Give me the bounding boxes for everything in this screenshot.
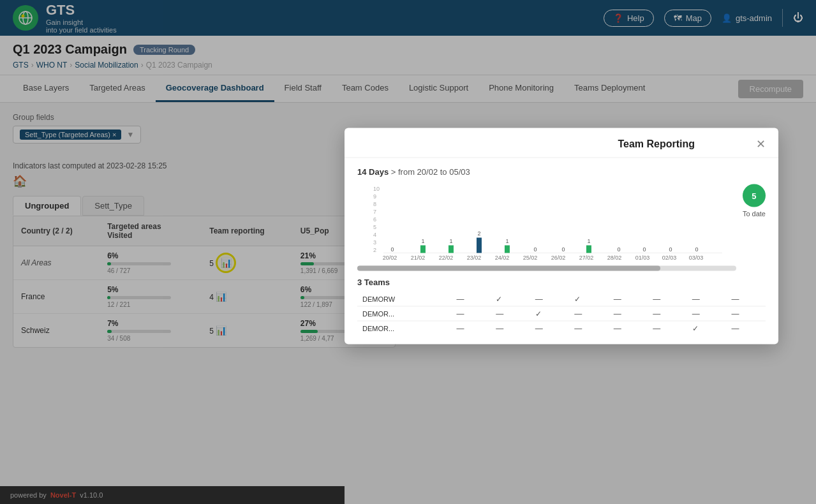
chart-area: 10 9 8 7 6 5 4 3 2 0 [357,184,736,261]
svg-text:10: 10 [373,186,380,192]
team-check: — [452,321,491,336]
team-row: DEMORW — ✓ — ✓ — — — — [357,292,766,307]
team-check: — [569,306,609,321]
svg-text:1: 1 [421,238,424,244]
svg-text:6: 6 [373,216,376,223]
team-check: — [687,306,727,321]
team-check: — [726,306,766,321]
modal-close-button[interactable]: ✕ [756,137,766,151]
team-name-demor3: DEMOR... [357,321,452,336]
team-check: — [530,321,570,336]
to-date-badge: 5 [743,184,766,207]
team-check: ✓ [530,306,570,321]
svg-text:3: 3 [373,239,376,246]
svg-text:27/02: 27/02 [579,255,594,261]
team-check: — [609,321,648,336]
teams-header: 3 Teams [357,278,766,287]
team-check: — [569,321,609,336]
svg-text:0: 0 [561,246,565,253]
modal-header: Team Reporting ✕ [345,128,778,158]
team-check: — [452,292,491,307]
svg-text:26/02: 26/02 [551,255,566,261]
team-reporting-modal: Team Reporting ✕ 14 Days > from 20/02 to… [345,128,778,345]
svg-text:0: 0 [695,246,698,253]
team-check: — [687,292,727,307]
to-date-label: To date [743,210,766,218]
svg-text:0: 0 [390,246,394,253]
svg-text:8: 8 [373,201,376,207]
svg-text:0: 0 [617,246,620,253]
svg-text:01/03: 01/03 [635,255,650,261]
team-check: — [491,321,530,336]
svg-text:1: 1 [587,238,590,244]
modal-title: Team Reporting [557,138,757,150]
team-check: — [609,306,648,321]
svg-text:1: 1 [505,238,508,244]
team-check: — [452,306,491,321]
svg-text:24/02: 24/02 [495,255,510,261]
svg-text:2: 2 [373,247,376,253]
team-check: — [648,321,687,336]
svg-text:5: 5 [373,224,376,230]
team-check: ✓ [569,292,609,307]
modal-body: 14 Days > from 20/02 to 05/03 10 9 8 7 6… [345,158,778,345]
svg-text:4: 4 [373,232,376,238]
team-check: — [491,306,530,321]
team-name-demor2: DEMOR... [357,306,452,321]
svg-text:20/02: 20/02 [383,255,397,261]
svg-text:25/02: 25/02 [523,255,538,261]
svg-text:1: 1 [449,238,452,244]
team-check: — [530,292,570,307]
svg-text:7: 7 [373,209,376,215]
team-check: ✓ [491,292,530,307]
team-check: — [609,292,648,307]
scroll-thumb [357,266,660,271]
svg-text:22/02: 22/02 [439,255,454,261]
svg-text:02/03: 02/03 [662,255,677,261]
svg-rect-25 [586,246,591,253]
svg-text:2: 2 [477,230,480,237]
svg-text:23/02: 23/02 [467,255,482,261]
team-name-demorw: DEMORW [357,292,452,307]
team-check: — [648,306,687,321]
svg-text:28/02: 28/02 [607,255,622,261]
chart-scrollbar[interactable] [357,266,736,271]
team-row: DEMOR... — — ✓ — — — — — [357,306,766,321]
svg-rect-21 [505,246,510,253]
svg-text:0: 0 [642,246,646,253]
team-check: — [648,292,687,307]
svg-text:9: 9 [373,193,376,200]
svg-text:0: 0 [669,246,672,253]
to-date-col: 5 To date [743,184,766,218]
team-row: DEMOR... — — — — — — ✓ — [357,321,766,336]
team-check: — [726,321,766,336]
svg-rect-17 [449,246,454,253]
modal-date-range: 14 Days > from 20/02 to 05/03 [357,167,766,177]
svg-rect-15 [420,246,426,253]
chart-svg: 10 9 8 7 6 5 4 3 2 0 [357,184,736,261]
svg-text:0: 0 [533,246,537,253]
team-check: — [726,292,766,307]
svg-text:03/03: 03/03 [689,255,704,261]
teams-table: DEMORW — ✓ — ✓ — — — — DEMOR... — — ✓ — [357,292,766,336]
svg-text:21/02: 21/02 [411,255,426,261]
svg-rect-19 [477,238,482,253]
team-check: ✓ [687,321,727,336]
